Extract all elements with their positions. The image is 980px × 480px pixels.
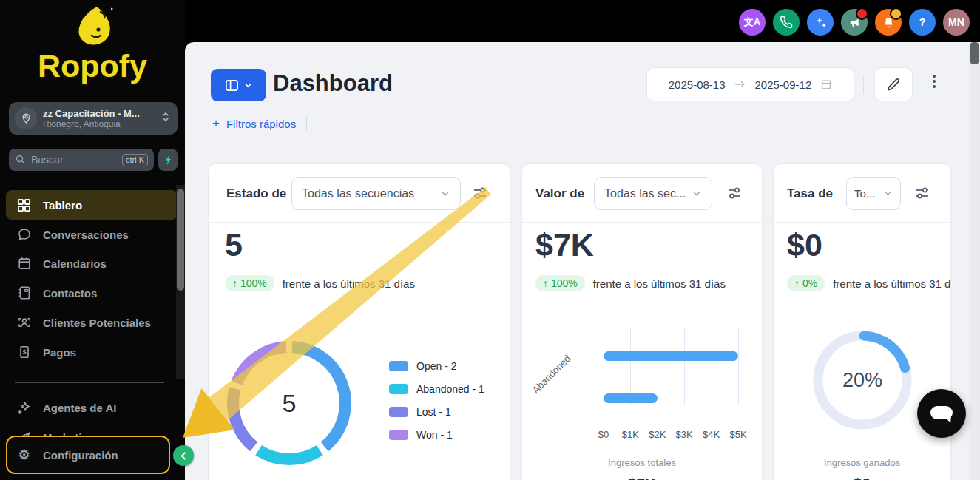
search-placeholder: Buscar [31,154,64,166]
sliders-icon [472,185,488,201]
sidebar-item-label: Tablero [43,199,82,212]
sidebar-item-tablero[interactable]: Tablero [6,190,178,220]
quick-actions-button[interactable] [158,149,178,171]
chevron-down-icon [692,189,702,199]
card2-filter-sliders-button[interactable] [726,185,743,204]
sparkles-button[interactable] [807,9,834,36]
dashboard-layout-button[interactable] [211,69,266,101]
x-tick: $1K [622,429,639,440]
search-input[interactable]: Buscar ctrl K [9,149,154,171]
sparkles-icon [814,16,828,30]
announcements-button[interactable] [841,9,868,36]
sidebar-collapse-button[interactable] [173,445,194,466]
arrow-right-icon [734,80,746,89]
grid-icon [16,197,32,213]
date-to: 2025-09-12 [755,78,812,91]
sliders-icon [914,185,930,201]
sidebar-item-configuracion[interactable]: ⚙ Configuración [6,436,170,474]
legend-label: Lost - 1 [416,406,451,418]
legend-label: Open - 2 [416,360,456,372]
page-title: Dashboard [273,70,393,97]
card2-compare-text: frente a los últimos 31 días [593,277,726,290]
contacts-icon [16,285,32,301]
donut-center-label: 5 [226,340,352,466]
sidebar-item-pagos[interactable]: $Pagos [6,337,178,367]
translate-glyph: 文A [744,16,760,29]
card1-value: 5 [225,229,243,261]
ropofy-drop-icon [64,3,121,52]
edit-dashboard-button[interactable] [874,67,913,101]
card2-footer-value: $7K [522,475,762,480]
chat-bubble-icon [928,402,955,425]
legend-item-open: Open - 2 [389,361,484,371]
chevron-left-icon [178,450,189,462]
sidebar-item-label: Contactos [43,287,97,300]
gridline [604,327,604,405]
avatar-button[interactable]: MN [943,9,970,36]
legend-chip [389,361,408,371]
card1-filter-sliders-button[interactable] [472,185,488,204]
bar-axis-label: Abandoned [530,353,573,396]
chevron-down-icon [883,189,893,198]
sidebar-item-contactos[interactable]: Contactos [6,278,178,308]
sidebar-item-calendarios[interactable]: Calendarios [6,249,178,278]
card2-dropdown-value: Todas las sec... [604,187,686,200]
donut-legend: Open - 2Abandoned - 1Lost - 1Won - 1 [389,361,484,440]
legend-item-lost: Lost - 1 [389,407,484,417]
filters-divider [306,117,307,130]
x-tick: $3K [676,429,693,440]
phone-button[interactable] [773,9,800,36]
pencil-icon [886,77,902,92]
card1-delta-row: ↑ 100% frente a los últimos 31 días [225,275,415,291]
x-tick: $0 [598,429,609,440]
workspace-selector[interactable]: zz Capacitación - M... Rionegro, Antioqu… [9,102,178,135]
card3-filter-sliders-button[interactable] [914,185,930,204]
workspace-name: zz Capacitación - M... [43,108,140,119]
card2-sequence-dropdown[interactable]: Todas las sec... [594,177,712,210]
plus-icon: + [212,116,220,131]
card1-sequence-dropdown[interactable]: Todas las secuencias [291,177,461,210]
chat-widget-button[interactable] [917,389,966,438]
avatar-glyph: MN [948,16,964,28]
config-label: Configuración [43,449,118,462]
gauge-chart: 20% [811,328,914,432]
gear-icon: ⚙ [16,447,32,463]
translate-button[interactable]: 文A [739,9,766,36]
date-range-picker[interactable]: 2025-08-13 2025-09-12 [646,67,854,101]
x-tick: $4K [703,429,720,440]
chevron-down-icon [243,81,253,90]
calendar-icon [820,78,832,90]
sidebar-item-agentes-de-ai[interactable]: Agentes de AI [6,393,178,422]
chevron-down-icon [440,189,450,199]
help-button[interactable]: ? [909,9,936,36]
card3-sequence-dropdown[interactable]: To... [846,177,901,210]
more-options-button[interactable] [927,75,941,88]
quick-filters-link[interactable]: + Filtros rápidos [212,116,307,131]
x-tick: $5K [729,429,746,440]
leads-icon [16,315,32,331]
announcements-badge [856,7,868,20]
legend-chip [389,407,408,417]
x-tick: $2K [649,429,666,440]
bar-chart [604,327,739,405]
svg-text:$: $ [22,348,26,356]
bar-abandoned [604,393,658,403]
quick-filters-label: Filtros rápidos [226,118,296,130]
payments-icon: $ [16,345,32,360]
card1-dropdown-value: Todas las secuencias [302,187,414,200]
notifications-button[interactable] [875,9,902,36]
card1-header: Estado de Todas las secuencias [209,164,510,223]
calendar-icon [16,256,32,271]
sidebar-divider [15,382,164,383]
sidebar-item-clientes-potenciales[interactable]: Clientes Potenciales [6,308,178,337]
legend-label: Abandoned - 1 [416,383,484,395]
card3-header: Tasa de To... [774,164,950,223]
gridline [712,327,712,405]
sidebar-item-conversaciones[interactable]: Conversaciones [6,220,178,249]
header-divider [863,75,864,94]
window-scrollbar-thumb[interactable] [970,42,979,64]
sidebar-scrollbar-thumb[interactable] [177,189,184,291]
layout-icon [224,78,240,93]
card3-compare-text: frente a los últimos 31 días [833,277,951,290]
card2-header: Valor de Todas las sec... [522,164,762,223]
